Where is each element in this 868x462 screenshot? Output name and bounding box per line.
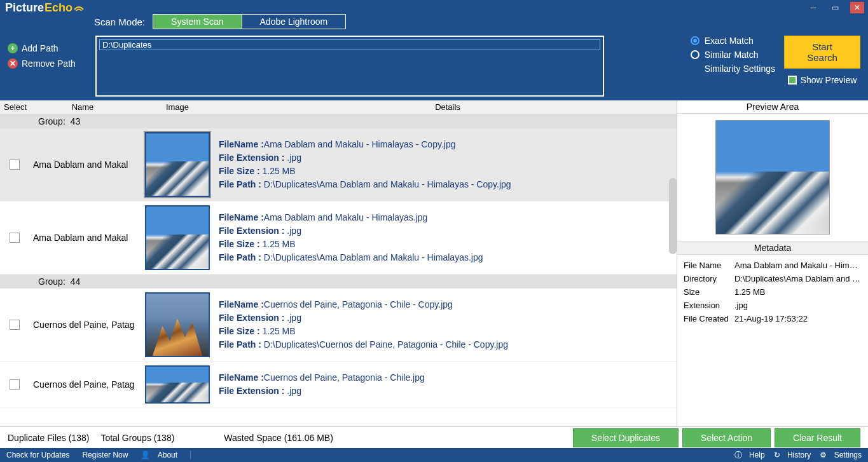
col-name[interactable]: Name: [29, 102, 136, 112]
item-details: FileName :Cuernos del Paine, Patagonia -…: [219, 298, 677, 351]
group-header[interactable]: Group: 44: [0, 275, 677, 289]
item-details: FileName :Ama Dablam and Makalu - Himala…: [219, 138, 677, 191]
meta-key: File Name: [684, 261, 734, 270]
wifi-icon: [73, 1, 85, 14]
item-checkbox[interactable]: [10, 379, 20, 390]
item-details: FileName :Cuernos del Paine, Patagonia -…: [219, 371, 677, 398]
select-duplicates-button[interactable]: Select Duplicates: [573, 428, 679, 447]
info-icon: ⓘ: [734, 450, 742, 461]
about-link[interactable]: 👤 About: [141, 451, 177, 459]
scrollbar[interactable]: [669, 178, 677, 254]
list-item[interactable]: Cuernos del Paine, Patag FileName :Cuern…: [0, 362, 677, 408]
similarity-settings-link[interactable]: Similarity Settings: [705, 64, 775, 74]
settings-link[interactable]: ⚙ Settings: [820, 451, 862, 459]
meta-val: 1.25 MB: [734, 287, 862, 297]
meta-val: D:\Duplicates\Ama Dablam and M...: [734, 274, 862, 283]
x-icon: ✕: [8, 58, 18, 69]
bottom-bar: Duplicate Files (138) Total Groups (138)…: [0, 426, 868, 448]
meta-key: Extension: [684, 301, 734, 310]
thumbnail[interactable]: [145, 132, 210, 197]
meta-key: Directory: [684, 274, 734, 283]
wasted-space: Wasted Space (161.06 MB): [224, 433, 333, 443]
remove-path-button[interactable]: ✕Remove Path: [8, 58, 86, 69]
item-checkbox[interactable]: [10, 320, 20, 330]
close-button[interactable]: ✕: [850, 2, 864, 13]
item-name: Ama Dablam and Makal: [29, 233, 136, 243]
path-list[interactable]: D:\Duplicates: [95, 36, 604, 97]
header: PictureEcho ─ ▭ ✕ Scan Mode: System Scan…: [0, 0, 868, 100]
thumbnail[interactable]: [145, 205, 210, 270]
radio-icon: [691, 36, 699, 45]
preview-image: [715, 120, 830, 234]
divider: [190, 451, 191, 459]
tab-system-scan[interactable]: System Scan: [153, 15, 241, 29]
column-headers: Select Name Image Details: [0, 100, 677, 114]
select-action-button[interactable]: Select Action: [682, 428, 771, 447]
checkbox-icon: [788, 76, 797, 85]
history-link[interactable]: ↻ History: [774, 451, 811, 459]
add-path-button[interactable]: +Add Path: [8, 43, 86, 53]
search-column: Start Search Show Preview: [784, 36, 860, 85]
item-name: Cuernos del Paine, Patag: [29, 379, 136, 390]
col-select[interactable]: Select: [0, 102, 29, 112]
maximize-button[interactable]: ▭: [829, 3, 841, 13]
list-item[interactable]: Cuernos del Paine, Patag FileName :Cuern…: [0, 289, 677, 362]
exact-match-radio[interactable]: Exact Match: [691, 36, 775, 46]
tab-adobe-lightroom[interactable]: Adobe Lightroom: [242, 15, 346, 29]
radio-icon: [691, 50, 699, 59]
col-image[interactable]: Image: [136, 102, 219, 112]
group-label: Group:: [38, 276, 65, 287]
logo-text-echo: Echo: [45, 1, 72, 15]
similar-match-radio[interactable]: Similar Match: [691, 50, 775, 60]
preview-image-wrap: [677, 114, 868, 241]
path-entry[interactable]: D:\Duplicates: [99, 39, 600, 50]
preview-title: Preview Area: [677, 100, 868, 114]
item-name: Cuernos del Paine, Patag: [29, 320, 136, 330]
add-path-label: Add Path: [22, 43, 59, 53]
meta-val: Ama Dablam and Makalu - Himal...: [734, 261, 862, 270]
item-name: Ama Dablam and Makal: [29, 160, 136, 170]
plus-icon: +: [8, 43, 18, 53]
item-details: FileName :Ama Dablam and Makalu - Himala…: [219, 211, 677, 264]
metadata-table: File NameAma Dablam and Makalu - Himal..…: [677, 255, 868, 329]
gear-icon: ⚙: [820, 451, 827, 459]
show-preview-checkbox[interactable]: Show Preview: [788, 75, 857, 85]
group-number: 44: [71, 276, 81, 287]
scan-mode-row: Scan Mode: System Scan Adobe Lightroom: [0, 14, 868, 29]
list-item[interactable]: Ama Dablam and Makal FileName :Ama Dabla…: [0, 201, 677, 275]
titlebar: PictureEcho ─ ▭ ✕: [0, 0, 868, 15]
results-panel: Select Name Image Details Group: 43 Ama …: [0, 100, 677, 426]
results-rows[interactable]: Group: 43 Ama Dablam and Makal FileName …: [0, 114, 677, 426]
right-options: Exact Match Similar Match Similarity Set…: [691, 36, 860, 97]
minimize-button[interactable]: ─: [807, 3, 820, 13]
group-header[interactable]: Group: 43: [0, 114, 677, 128]
metadata-title: Metadata: [677, 241, 868, 255]
clear-result-button[interactable]: Clear Result: [775, 428, 860, 447]
list-item[interactable]: Ama Dablam and Makal FileName :Ama Dabla…: [0, 128, 677, 201]
meta-key: File Created: [684, 314, 734, 323]
logo-text-picture: Picture: [5, 1, 44, 15]
item-checkbox[interactable]: [10, 233, 20, 243]
exact-match-label: Exact Match: [705, 36, 754, 46]
scan-mode-label: Scan Mode:: [94, 17, 145, 27]
col-details[interactable]: Details: [219, 102, 677, 112]
person-icon: 👤: [141, 451, 150, 459]
meta-val: .jpg: [734, 301, 862, 310]
help-link[interactable]: ⓘ Help: [734, 450, 765, 461]
history-icon: ↻: [774, 451, 780, 459]
path-buttons: +Add Path ✕Remove Path: [8, 36, 86, 97]
thumbnail[interactable]: [145, 365, 210, 404]
register-link[interactable]: Register Now: [82, 451, 128, 459]
meta-key: Size: [684, 287, 734, 297]
start-search-button[interactable]: Start Search: [784, 36, 860, 69]
app-logo: PictureEcho: [5, 1, 85, 15]
check-updates-link[interactable]: Check for Updates: [6, 451, 69, 459]
remove-path-label: Remove Path: [22, 58, 76, 69]
thumbnail[interactable]: [145, 292, 210, 357]
similar-match-label: Similar Match: [705, 50, 759, 60]
action-buttons: Select Duplicates Select Action Clear Re…: [573, 428, 860, 447]
match-options: Exact Match Similar Match Similarity Set…: [691, 36, 775, 74]
config-row: +Add Path ✕Remove Path D:\Duplicates Exa…: [0, 29, 868, 100]
item-checkbox[interactable]: [10, 160, 20, 170]
duplicate-files-count: Duplicate Files (138): [8, 433, 89, 443]
